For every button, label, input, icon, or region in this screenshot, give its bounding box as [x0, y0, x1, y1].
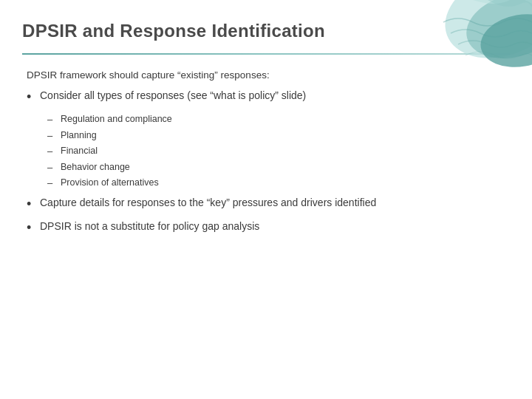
slide: DPSIR and Response Identification DPSIR …	[0, 0, 532, 399]
subbullet-1-text: Regulation and compliance	[61, 112, 172, 126]
subbullet-5-text: Provision of alternatives	[61, 176, 159, 190]
dash-2: –	[47, 129, 61, 143]
slide-title: DPSIR and Response Identification	[22, 21, 510, 41]
bullet-1-text: Consider all types of responses (see “wh…	[40, 88, 306, 103]
intro-text: DPSIR framework should capture “existing…	[27, 69, 505, 81]
bullet-3: • DPSIR is not a substitute for policy g…	[27, 219, 505, 237]
subbullet-1: – Regulation and compliance	[47, 112, 505, 127]
subbullet-list: – Regulation and compliance – Planning –…	[47, 112, 505, 191]
bullet-dot-3: •	[27, 219, 40, 237]
subbullet-2: – Planning	[47, 129, 505, 143]
dash-4: –	[47, 160, 61, 175]
bullet-dot-1: •	[27, 88, 40, 106]
subbullet-4-text: Behavior change	[61, 160, 130, 174]
bullet-2: • Capture details for responses to the “…	[27, 195, 505, 214]
dash-1: –	[47, 112, 61, 127]
subbullet-5: – Provision of alternatives	[47, 176, 505, 191]
bullet-3-text: DPSIR is not a substitute for policy gap…	[40, 219, 259, 233]
bullet-2-text: Capture details for responses to the “ke…	[40, 195, 376, 210]
bullet-dot-2: •	[27, 195, 40, 214]
dash-5: –	[47, 176, 61, 191]
subbullet-4: – Behavior change	[47, 160, 505, 175]
subbullet-2-text: Planning	[61, 129, 97, 143]
dash-3: –	[47, 144, 61, 159]
header: DPSIR and Response Identification	[0, 0, 532, 49]
subbullet-3-text: Financial	[61, 144, 98, 158]
bullet-1: • Consider all types of responses (see “…	[27, 88, 505, 106]
slide-content: DPSIR framework should capture “existing…	[0, 55, 532, 257]
subbullet-3: – Financial	[47, 144, 505, 159]
